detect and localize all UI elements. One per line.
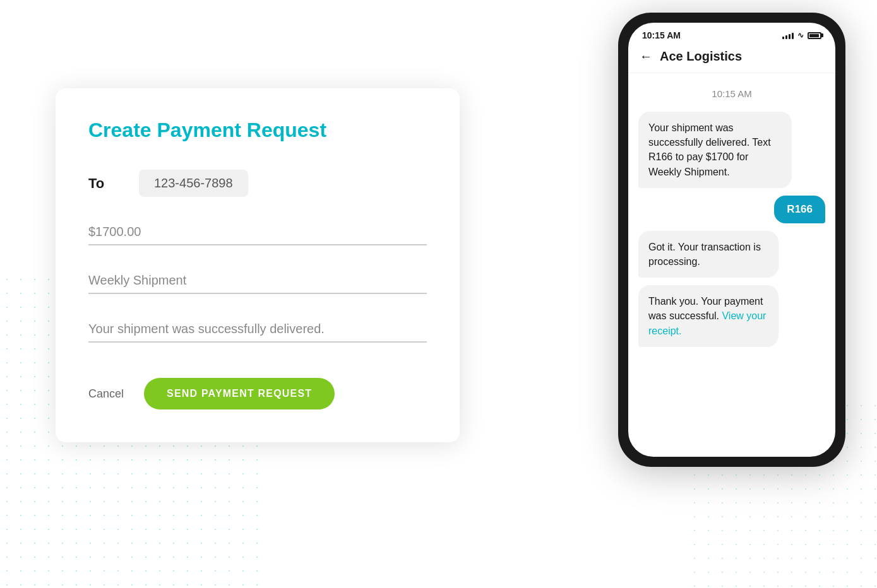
status-time: 10:15 AM: [642, 30, 681, 40]
chat-header: ← Ace Logistics: [628, 44, 835, 73]
message-3-text: Got it. Your transaction is processing.: [648, 242, 761, 267]
payment-request-card: Create Payment Request To 123-456-7898 C…: [56, 88, 460, 442]
chat-area: 10:15 AM Your shipment was successfully …: [628, 73, 835, 457]
message-3: Got it. Your transaction is processing.: [638, 231, 779, 278]
cancel-button[interactable]: Cancel: [88, 387, 124, 401]
message-4: Thank you. Your payment was successful. …: [638, 285, 779, 347]
message-2-text: R166: [787, 203, 813, 215]
to-label: To: [88, 175, 126, 192]
message-1: Your shipment was successfully delivered…: [638, 112, 792, 188]
card-title: Create Payment Request: [88, 119, 427, 142]
to-row: To 123-456-7898: [88, 170, 427, 197]
to-value: 123-456-7898: [139, 170, 248, 197]
message-input[interactable]: [88, 317, 427, 343]
status-bar: 10:15 AM ∿: [628, 23, 835, 44]
amount-input[interactable]: [88, 220, 427, 245]
message-2: R166: [774, 196, 825, 223]
phone-mockup: 10:15 AM ∿ ← Ace Logistics 10:15 AM Your: [618, 13, 845, 467]
phone-screen: 10:15 AM ∿ ← Ace Logistics 10:15 AM Your: [628, 23, 835, 457]
chat-name: Ace Logistics: [660, 49, 742, 64]
description-input[interactable]: [88, 268, 427, 294]
wifi-icon: ∿: [797, 31, 804, 40]
message-1-text: Your shipment was successfully delivered…: [648, 122, 771, 177]
button-row: Cancel SEND PAYMENT REQUEST: [88, 378, 427, 409]
battery-icon: [808, 32, 821, 39]
status-icons: ∿: [782, 31, 821, 40]
signal-icon: [782, 32, 794, 39]
chat-timestamp: 10:15 AM: [638, 88, 825, 99]
back-button[interactable]: ←: [640, 49, 652, 64]
send-payment-button[interactable]: SEND PAYMENT REQUEST: [144, 378, 335, 409]
